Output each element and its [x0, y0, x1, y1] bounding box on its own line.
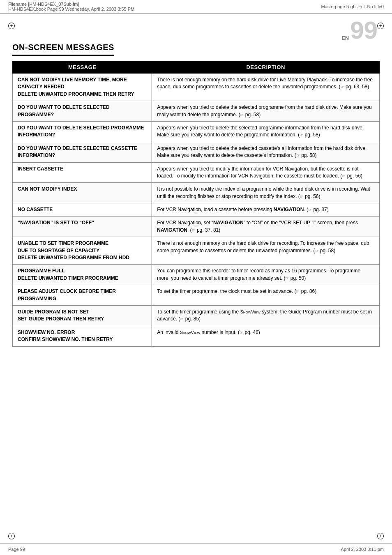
table-row: UNABLE TO SET TIMER PROGRAMMEDUE TO SHOR…	[13, 237, 380, 265]
section-title: ON-SCREEN MESSAGES	[12, 43, 114, 56]
table-row: DO YOU WANT TO DELETE SELECTED PROGRAMME…	[13, 121, 380, 142]
table-row: CAN NOT MODIFY LIVE MEMORY TIME, MORE CA…	[13, 74, 380, 101]
top-header: Filename [HM-HDS4EX_07Sub.fm] HM-HDS4EX.…	[0, 0, 392, 14]
description-cell: Appears when you tried to delete the sel…	[152, 142, 380, 162]
col-description-header: DESCRIPTION	[152, 61, 380, 74]
message-cell: SHOWVIEW NO. ERRORCONFIRM SHOWVIEW NO. T…	[13, 326, 152, 346]
message-cell: PLEASE ADJUST CLOCK BEFORE TIMER PROGRAM…	[13, 285, 152, 306]
table-row: SHOWVIEW NO. ERRORCONFIRM SHOWVIEW NO. T…	[13, 326, 380, 346]
header-left: Filename [HM-HDS4EX_07Sub.fm] HM-HDS4EX.…	[8, 2, 134, 12]
corner-mark-bl	[8, 533, 15, 541]
message-cell: PROGRAMME FULLDELETE UNWANTED TIMER PROG…	[13, 265, 152, 285]
table-row: INSERT CASSETTEAppears when you tried to…	[13, 162, 380, 183]
page-container: Filename [HM-HDS4EX_07Sub.fm] HM-HDS4EX.…	[0, 0, 392, 555]
description-cell: Appears when you tried to delete the sel…	[152, 101, 380, 122]
message-cell: DO YOU WANT TO DELETE SELECTED PROGRAMME…	[13, 101, 152, 122]
main-content: EN 99 ON-SCREEN MESSAGES MESSAGE DESCRIP…	[0, 14, 392, 359]
message-cell: UNABLE TO SET TIMER PROGRAMMEDUE TO SHOR…	[13, 237, 152, 265]
table-row: DO YOU WANT TO DELETE SELECTED PROGRAMME…	[13, 101, 380, 122]
description-cell: An invalid ShowView number is input. (☞ …	[152, 326, 380, 346]
description-cell: There is not enough memory on the hard d…	[152, 74, 380, 101]
description-cell: For VCR Navigation, set “NAVIGATION” to …	[152, 216, 380, 237]
description-cell: To set the timer programme, the clock mu…	[152, 285, 380, 306]
message-cell: CAN NOT MODIFY INDEX	[13, 183, 152, 203]
messages-table: MESSAGE DESCRIPTION CAN NOT MODIFY LIVE …	[12, 61, 380, 347]
description-cell: For VCR Navigation, load a cassette befo…	[152, 203, 380, 216]
description-cell: Appears when you tried to modify the inf…	[152, 162, 380, 183]
reg-mark-bl	[8, 533, 15, 539]
bottom-footer: Page 99 April 2, 2003 3:11 pm	[0, 543, 392, 555]
description-cell: There is not enough memory on the hard d…	[152, 237, 380, 265]
corner-mark-br	[377, 533, 384, 541]
table-row: GUIDE PROGRAM IS NOT SETSET GUIDE PROGRA…	[13, 305, 380, 326]
message-cell: GUIDE PROGRAM IS NOT SETSET GUIDE PROGRA…	[13, 305, 152, 326]
table-row: “NAVIGATION” IS SET TO “OFF”For VCR Navi…	[13, 216, 380, 237]
lang-label: EN	[341, 35, 349, 41]
description-cell: It is not possible to modify the index o…	[152, 183, 380, 203]
message-cell: CAN NOT MODIFY LIVE MEMORY TIME, MORE CA…	[13, 74, 152, 101]
table-row: PROGRAMME FULLDELETE UNWANTED TIMER PROG…	[13, 265, 380, 285]
bookref-label: HM-HDS4EX.book Page 99 Wednesday, April …	[8, 7, 134, 12]
footer-date-label: April 2, 2003 3:11 pm	[341, 547, 384, 552]
message-cell: INSERT CASSETTE	[13, 162, 152, 183]
message-cell: “NAVIGATION” IS SET TO “OFF”	[13, 216, 152, 237]
reg-mark-br	[377, 533, 384, 539]
filename-label: Filename [HM-HDS4EX_07Sub.fm]	[8, 2, 134, 7]
masterpage-label: Masterpage:Right-Full-NoTitle0	[321, 4, 384, 9]
message-cell: DO YOU WANT TO DELETE SELECTED PROGRAMME…	[13, 121, 152, 142]
description-cell: You can programme this recorder to timer…	[152, 265, 380, 285]
table-row: NO CASSETTEFor VCR Navigation, load a ca…	[13, 203, 380, 216]
table-row: CAN NOT MODIFY INDEXIt is not possible t…	[13, 183, 380, 203]
col-message-header: MESSAGE	[13, 61, 152, 74]
message-cell: DO YOU WANT TO DELETE SELECTED CASSETTE …	[13, 142, 152, 162]
footer-page-label: Page 99	[8, 547, 25, 552]
description-cell: To set the timer programme using the Sho…	[152, 305, 380, 326]
description-cell: Appears when you tried to delete the sel…	[152, 121, 380, 142]
table-row: DO YOU WANT TO DELETE SELECTED CASSETTE …	[13, 142, 380, 162]
message-cell: NO CASSETTE	[13, 203, 152, 216]
table-row: PLEASE ADJUST CLOCK BEFORE TIMER PROGRAM…	[13, 285, 380, 306]
page-number: 99	[350, 20, 378, 41]
page-number-area: EN 99	[12, 20, 380, 41]
